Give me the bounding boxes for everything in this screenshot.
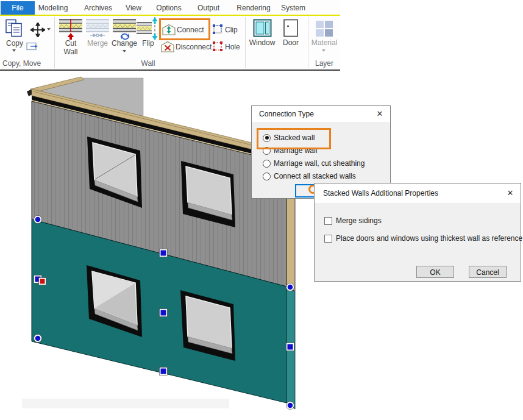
door-button[interactable]: Door: [281, 38, 301, 47]
checkbox[interactable]: [324, 217, 332, 225]
checkbox-label: Place doors and windows using thickest w…: [336, 234, 522, 243]
stacked-walls-titlebar[interactable]: Stacked Walls Additional Properties: [315, 183, 521, 203]
checkbox-label: Merge sidings: [336, 216, 382, 225]
material-button: Material: [308, 38, 341, 47]
checkbox-place-doors-windows[interactable]: Place doors and windows using thickest w…: [324, 234, 522, 243]
disconnect-icon[interactable]: [161, 41, 174, 52]
handle-square: [160, 249, 168, 257]
cut-wall-icon[interactable]: [59, 19, 82, 40]
hole-icon[interactable]: [212, 41, 223, 52]
radio-label: Connect all stacked walls: [274, 172, 356, 180]
tab-underline: [0, 15, 340, 16]
flip-button[interactable]: Flip: [138, 39, 158, 48]
copy-icon[interactable]: [5, 19, 24, 37]
radio-marriage-wall-cut-sheathing[interactable]: Marriage wall, cut sheathing: [263, 159, 365, 168]
tab-output[interactable]: Output: [190, 1, 227, 15]
handle-square: [160, 368, 168, 376]
flip-icon[interactable]: [137, 17, 158, 40]
stacked-wall-highlight-box: [257, 128, 331, 149]
copy-button[interactable]: Copy: [1, 39, 28, 48]
window-button[interactable]: Window: [247, 38, 277, 47]
clip-icon[interactable]: [212, 24, 223, 35]
radio-button[interactable]: [263, 160, 271, 168]
handle-circle: [34, 335, 42, 343]
dialog-title: Stacked Walls Additional Properties: [323, 189, 438, 198]
group-label-copy-move: Copy, Move: [2, 59, 51, 68]
ground-band: [22, 399, 229, 408]
ok-button[interactable]: OK: [416, 266, 454, 278]
hole-button[interactable]: Hole: [225, 43, 244, 51]
change-button[interactable]: Change: [110, 39, 138, 48]
radio-button[interactable]: [263, 173, 271, 180]
connect-button[interactable]: Connect: [177, 26, 206, 34]
group-separator: [54, 17, 55, 68]
ribbon: File Modeling Archives View Options Outp…: [0, 0, 340, 71]
change-dropdown-caret[interactable]: [123, 50, 126, 52]
connect-icon[interactable]: [162, 24, 176, 35]
tab-options[interactable]: Options: [150, 1, 188, 15]
handle-circle: [286, 283, 294, 291]
handle-square: [160, 309, 168, 317]
group-separator: [245, 17, 246, 68]
close-icon[interactable]: ✕: [369, 106, 390, 122]
move-icon[interactable]: [30, 23, 45, 37]
window-icon[interactable]: [253, 19, 272, 37]
handle-square-red: [39, 278, 46, 285]
handle-square: [286, 343, 294, 351]
move-dropdown-caret[interactable]: [47, 28, 51, 30]
close-icon[interactable]: ✕: [500, 183, 521, 203]
tab-archives[interactable]: Archives: [79, 1, 117, 15]
tab-system[interactable]: System: [274, 1, 312, 15]
dialog-title: Connection Type: [259, 110, 314, 118]
group-label-layer: Layer: [310, 59, 339, 68]
radio-label: Marriage wall, cut sheathing: [274, 159, 365, 168]
handle-circle: [286, 402, 294, 410]
tab-modeling[interactable]: Modeling: [35, 1, 71, 15]
checkbox[interactable]: [324, 235, 332, 243]
merge-button: Merge: [84, 39, 112, 48]
copy-dropdown-caret[interactable]: [12, 49, 16, 52]
merge-icon: [86, 19, 109, 38]
stacked-walls-properties-dialog: Stacked Walls Additional Properties ✕ Me…: [314, 183, 521, 282]
tab-view[interactable]: View: [119, 1, 148, 15]
door-icon[interactable]: [283, 19, 299, 37]
cancel-button[interactable]: Cancel: [469, 266, 507, 278]
paste-to-layer-icon[interactable]: [26, 41, 38, 51]
change-icon[interactable]: [113, 19, 136, 40]
group-label-wall: Wall: [134, 59, 162, 68]
tab-file[interactable]: File: [1, 1, 35, 15]
cut-wall-button[interactable]: Cut Wall: [58, 39, 84, 56]
tab-rendering[interactable]: Rendering: [232, 1, 276, 15]
material-dropdown-caret: [322, 49, 326, 52]
clip-button[interactable]: Clip: [225, 26, 242, 34]
handle-circle: [34, 216, 42, 224]
radio-connect-all-stacked-walls[interactable]: Connect all stacked walls: [263, 172, 356, 180]
material-icon: [315, 20, 333, 37]
checkbox-merge-sidings[interactable]: Merge sidings: [324, 216, 382, 225]
